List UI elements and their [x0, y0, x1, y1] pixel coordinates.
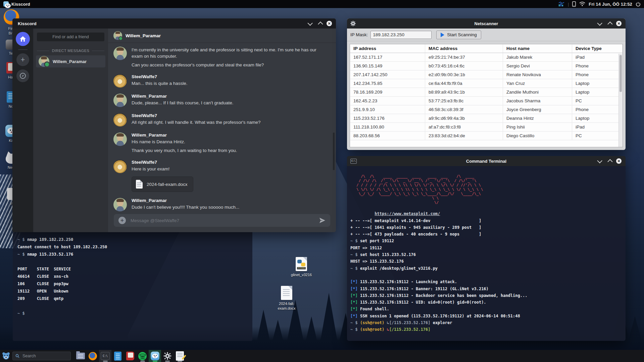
ip-mask-input[interactable] [370, 31, 432, 39]
chat-messages[interactable]: I'm currently in the university cafe and… [108, 43, 336, 212]
close-icon[interactable]: ✕ [327, 21, 332, 26]
home-button[interactable] [16, 32, 30, 46]
running-indicator [103, 361, 108, 362]
power-icon[interactable] [636, 2, 641, 7]
dock-text-editor[interactable] [174, 350, 186, 362]
house-icon [19, 36, 26, 42]
table-row[interactable]: 136.90.15.149b0:73:45:16:c4:6cSergio Dev… [350, 62, 623, 70]
wifi-icon[interactable] [579, 2, 585, 6]
table-row[interactable]: 162.45.2.2353:77:25:e3:fb:8cJacobus Shar… [350, 97, 623, 105]
active-app-indicator[interactable]: Kisscord [3, 1, 30, 7]
tray-divider: | [568, 2, 569, 7]
table-row[interactable]: 111.218.100.80af:a7:dc:f8:c3:f8Ping Ishi… [350, 123, 623, 132]
dock-settings[interactable] [161, 350, 174, 362]
close-icon[interactable]: ✕ [616, 21, 622, 26]
send-icon[interactable] [319, 217, 326, 224]
dock-files[interactable] [74, 350, 87, 362]
notepad-pencil-icon [176, 351, 184, 361]
message-composer[interactable]: + [114, 214, 330, 227]
add-server-button[interactable]: + [16, 53, 29, 66]
column-header[interactable]: Device Type [572, 44, 623, 53]
search-input[interactable] [22, 353, 68, 359]
message-author[interactable]: Willem_Paramar [132, 133, 237, 138]
table-row[interactable]: 207.147.142.250e2:d0:9b:00:3e:1bRenate N… [350, 70, 623, 79]
table-row[interactable]: 142.234.75.85ce:6a:44:fb:f9:0aYan CruzLa… [350, 79, 623, 88]
willem-avatar[interactable] [113, 133, 127, 146]
terminal-titlebar[interactable]: C:\ Command Terminal ✕ [347, 156, 626, 166]
message-author[interactable]: SteelWaffe7 [132, 113, 261, 118]
message-text: Dude, please... If I fail this course, I… [132, 100, 234, 106]
dock-firefox[interactable] [87, 350, 99, 362]
message-author[interactable]: Willem_Paramar [132, 198, 239, 203]
kisscord-titlebar[interactable]: Kisscord ✕ [12, 18, 336, 29]
chat-message: SteelWaffe7All right all right. I will h… [113, 113, 330, 126]
willem-avatar[interactable] [113, 94, 127, 107]
dock-kisscord[interactable] [149, 350, 161, 362]
spotify-icon [138, 352, 147, 360]
close-icon[interactable]: ✕ [616, 158, 622, 164]
desktop-file-glinet[interactable]: PYTHON glinet_v3216 [290, 257, 313, 277]
find-friend-button[interactable]: Find or add a friend [37, 33, 104, 41]
docx-file-icon [281, 286, 292, 300]
running-indicator [178, 361, 182, 362]
message-text: Thank you very much, I am waiting to hea… [132, 147, 237, 154]
maximize-icon[interactable] [607, 21, 612, 26]
column-header[interactable]: MAC address [425, 44, 503, 53]
minimize-icon[interactable] [597, 158, 603, 164]
net-table-body: 167.52.171.17e9:25:21:74:be:37Jakub Mare… [350, 53, 623, 140]
sidebar-item-willem[interactable]: Willem_Paramar [36, 55, 105, 67]
chat-message: Willem_ParamarDude, please... If I fail … [113, 94, 330, 107]
message-text: Here is your exam! [132, 166, 193, 172]
red-book-icon [126, 352, 134, 360]
column-header[interactable]: Host name [503, 44, 572, 53]
table-row[interactable]: 115.233.52.176a9:9c:d6:99:4a:3bDeanna Hi… [350, 114, 623, 123]
chat-message: SteelWaffe7Man... this is quite a hassle… [113, 74, 330, 88]
network-activity-icon[interactable] [558, 2, 564, 6]
terminal-output[interactable]: /\ /\ ____ _____ ____ ____ ___ /\ ____ /… [347, 166, 626, 334]
desktop-screen: Fire Bro Ter Han Not Kis Nets F PYTHON g… [0, 0, 644, 362]
minimize-icon[interactable] [308, 21, 313, 26]
willem-avatar[interactable] [113, 31, 122, 40]
maximize-icon[interactable] [607, 158, 612, 164]
attach-plus-icon[interactable]: + [118, 217, 126, 224]
table-row[interactable]: 78.16.169.209b8:89:a9:43:9c:1bZandile Mu… [350, 88, 623, 97]
netscanner-titlebar[interactable]: Netscanner ✕ [347, 18, 626, 29]
dock-spotify[interactable] [136, 350, 149, 362]
table-row[interactable]: 167.52.171.17e9:25:21:74:be:37Jakub Mare… [350, 53, 623, 62]
running-indicator [165, 361, 170, 362]
chat-message: Willem_ParamarHis name is Deanna Hintz.T… [113, 133, 330, 154]
dock-notebook[interactable] [111, 350, 124, 362]
message-input[interactable] [130, 218, 315, 223]
doge-avatar[interactable] [113, 74, 127, 88]
willem-avatar[interactable] [113, 198, 127, 211]
dock-terminal[interactable]: C:\ [99, 350, 111, 362]
search-icon [15, 354, 19, 358]
message-author[interactable]: SteelWaffe7 [132, 160, 193, 165]
table-row[interactable]: 88.203.68.5623:83:3d:d2:b4:deDiego Casti… [350, 132, 623, 140]
doge-avatar[interactable] [113, 113, 127, 126]
table-row[interactable]: 251.9.9.1046:58:3c:c8:39:3fJoyce Greenbe… [350, 105, 623, 114]
explore-button[interactable] [16, 69, 29, 82]
taskbar: C:\ [0, 350, 644, 362]
maximize-icon[interactable] [317, 21, 323, 26]
dock-reader[interactable] [124, 350, 136, 362]
willem-avatar[interactable] [113, 47, 127, 60]
doge-avatar[interactable] [113, 160, 127, 173]
kisscord-icon [3, 1, 9, 7]
attachment-card[interactable]: 2024-fall-exam.docx [132, 176, 193, 192]
table-scrollbar[interactable] [618, 54, 623, 147]
column-header[interactable]: IP address [350, 44, 425, 53]
message-author[interactable]: SteelWaffe7 [132, 74, 188, 79]
start-scanning-button[interactable]: Start Scanning [436, 31, 481, 39]
taskbar-search[interactable] [12, 352, 71, 360]
clock[interactable]: Fri 14 Jun, ÖÖ 12:52 [589, 2, 632, 7]
message-author[interactable]: Willem_Paramar [132, 94, 234, 99]
message-text: All right all right. I will handle it. W… [132, 119, 261, 125]
bear-logo[interactable] [2, 352, 10, 360]
chat-scrollbar[interactable] [333, 133, 335, 170]
minimize-icon[interactable] [597, 21, 603, 26]
desktop-file-exam[interactable]: 2024-fall- exam.docx [275, 286, 298, 311]
kisscord-window: Kisscord ✕ + Find or add a friend [12, 18, 336, 232]
folder-icon [76, 353, 85, 359]
phone-icon[interactable] [572, 1, 576, 7]
